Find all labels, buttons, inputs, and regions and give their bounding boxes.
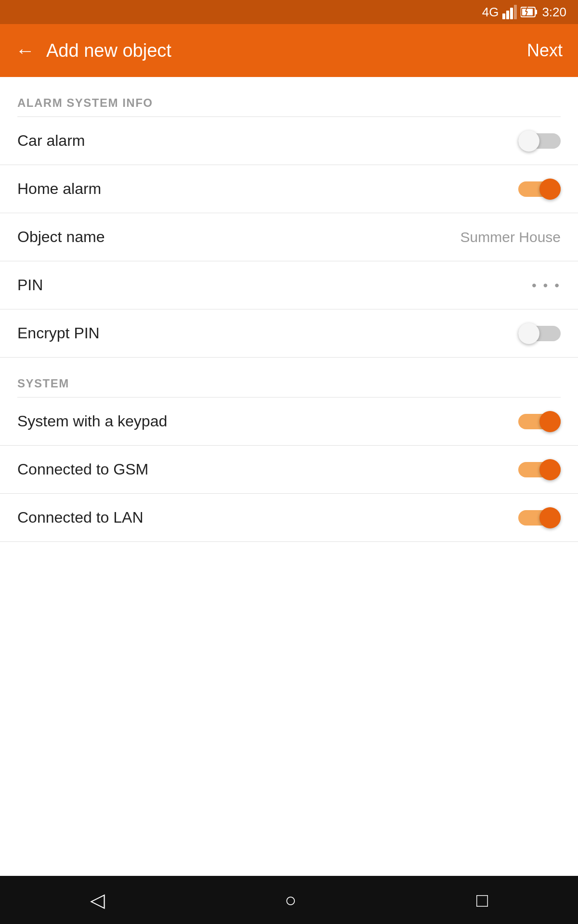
back-button[interactable]: ← xyxy=(15,40,35,62)
list-item-car-alarm: Car alarm xyxy=(0,117,578,165)
connected-gsm-toggle[interactable] xyxy=(518,458,561,481)
next-button[interactable]: Next xyxy=(527,40,563,61)
encrypt-pin-label: Encrypt PIN xyxy=(17,324,100,342)
list-item-object-name[interactable]: Object name Summer House xyxy=(0,213,578,261)
home-alarm-label: Home alarm xyxy=(17,180,101,198)
connected-lan-toggle[interactable] xyxy=(518,506,561,529)
list-item-connected-gsm: Connected to GSM xyxy=(0,446,578,494)
signal-indicator: 4G xyxy=(482,5,499,20)
object-name-label: Object name xyxy=(17,228,105,246)
svg-rect-1 xyxy=(506,11,509,19)
page-title: Add new object xyxy=(46,40,171,61)
system-keypad-thumb xyxy=(539,411,561,432)
encrypt-pin-toggle[interactable] xyxy=(518,322,561,345)
list-item-pin[interactable]: PIN • • • xyxy=(0,261,578,309)
connected-gsm-thumb xyxy=(539,459,561,480)
svg-rect-3 xyxy=(514,5,517,19)
pin-label: PIN xyxy=(17,276,43,294)
list-item-encrypt-pin: Encrypt PIN xyxy=(0,309,578,358)
app-bar: ← Add new object Next xyxy=(0,24,578,77)
main-content: ALARM SYSTEM INFO Car alarm Home alarm O… xyxy=(0,77,578,542)
nav-back-button[interactable]: ◁ xyxy=(90,889,105,911)
pin-dots: • • • xyxy=(532,278,561,293)
nav-recent-button[interactable]: □ xyxy=(476,889,488,911)
object-name-value: Summer House xyxy=(460,229,561,245)
list-item-connected-lan: Connected to LAN xyxy=(0,494,578,542)
car-alarm-label: Car alarm xyxy=(17,132,85,150)
battery-icon xyxy=(521,5,538,19)
list-item-system-keypad: System with a keypad xyxy=(0,398,578,446)
system-keypad-toggle[interactable] xyxy=(518,410,561,433)
signal-icon xyxy=(502,5,517,19)
svg-rect-5 xyxy=(535,10,537,14)
app-bar-left: ← Add new object xyxy=(15,40,171,62)
status-bar: 4G 3:20 xyxy=(0,0,578,24)
section-header-system: SYSTEM xyxy=(0,358,578,397)
home-alarm-toggle[interactable] xyxy=(518,178,561,201)
encrypt-pin-thumb xyxy=(518,323,539,344)
svg-rect-2 xyxy=(510,8,513,19)
car-alarm-thumb xyxy=(518,130,539,152)
time-display: 3:20 xyxy=(542,5,566,20)
car-alarm-toggle[interactable] xyxy=(518,129,561,153)
home-alarm-thumb xyxy=(539,179,561,200)
connected-gsm-label: Connected to GSM xyxy=(17,461,148,478)
section-header-alarm: ALARM SYSTEM INFO xyxy=(0,77,578,116)
connected-lan-thumb xyxy=(539,507,561,528)
navigation-bar: ◁ ○ □ xyxy=(0,876,578,924)
nav-home-button[interactable]: ○ xyxy=(285,889,296,911)
svg-rect-0 xyxy=(502,13,505,19)
connected-lan-label: Connected to LAN xyxy=(17,509,144,526)
list-item-home-alarm: Home alarm xyxy=(0,165,578,213)
system-keypad-label: System with a keypad xyxy=(17,412,167,430)
status-icons: 4G 3:20 xyxy=(482,5,566,20)
